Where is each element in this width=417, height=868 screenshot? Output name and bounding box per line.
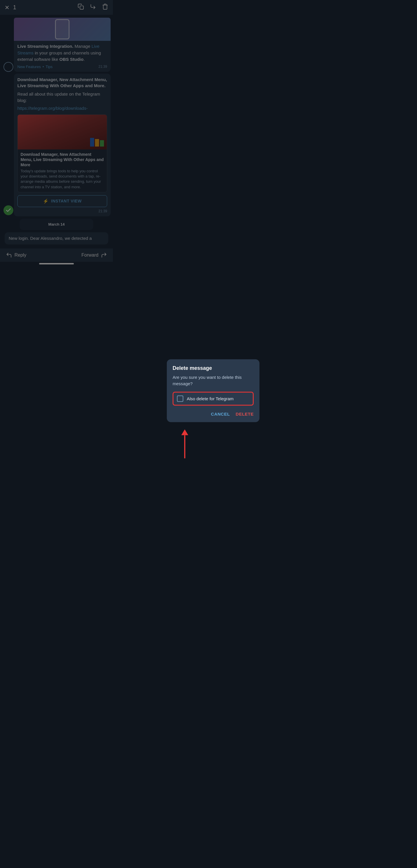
page-container: ✕ 1 [0, 0, 113, 265]
dialog-overlay: Delete message Are you sure you want to … [0, 0, 113, 265]
